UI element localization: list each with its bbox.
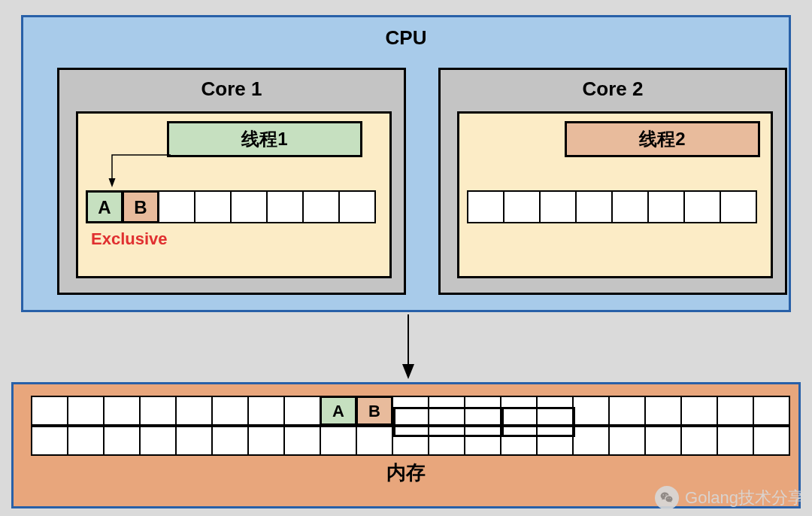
cache-cell — [720, 190, 757, 223]
memory-cell — [572, 396, 610, 426]
memory-cell — [175, 426, 213, 456]
memory-cell — [31, 396, 68, 426]
memory-cell — [31, 426, 68, 456]
core1-cache: 线程1 A B Exclusive — [76, 111, 392, 278]
cache-cell: B — [122, 190, 159, 223]
cache-cell — [302, 190, 340, 223]
cache-cell — [158, 190, 195, 223]
memory-cell — [283, 396, 321, 426]
memory-label: 内存 — [14, 460, 798, 486]
memory-cell — [464, 426, 501, 456]
memory-row — [31, 426, 790, 456]
memory-cell: A — [320, 396, 357, 426]
memory-cell — [608, 426, 646, 456]
cache-cell — [611, 190, 649, 223]
memory-cell — [175, 396, 213, 426]
memory-cell — [283, 426, 321, 456]
cache-cell — [338, 190, 376, 223]
memory-cell — [572, 426, 610, 456]
cache-cell — [266, 190, 304, 223]
memory-cell — [211, 426, 249, 456]
cache-cell — [575, 190, 613, 223]
cache-cell — [683, 190, 721, 223]
memory-cell — [320, 426, 357, 456]
memory-cell — [753, 426, 790, 456]
memory-cell — [139, 396, 177, 426]
memory-cell — [247, 426, 285, 456]
memory-cell — [392, 426, 429, 456]
core1-cache-row: A B — [86, 190, 376, 223]
memory-cell — [67, 426, 105, 456]
cpu-container: CPU Core 1 线程1 A B Exclusive Core 2 — [21, 15, 791, 312]
memory-cell — [644, 426, 682, 456]
memory-cell — [211, 396, 249, 426]
memory-cell — [680, 396, 718, 426]
core2-box: Core 2 线程2 — [438, 68, 787, 295]
memory-cell — [464, 396, 501, 426]
memory-cell — [392, 396, 429, 426]
watermark: Golang技术分享 — [655, 486, 804, 510]
core2-cache: 线程2 — [457, 111, 773, 278]
arrow-thread-to-cell — [105, 153, 172, 190]
core1-title: Core 1 — [59, 77, 404, 101]
memory-cell — [356, 426, 393, 456]
arrow-cpu-to-memory — [397, 314, 420, 382]
memory-cell — [139, 426, 177, 456]
memory-cell — [67, 396, 105, 426]
cache-cell — [539, 190, 577, 223]
memory-cell — [103, 426, 141, 456]
cache-state-label: Exclusive — [91, 229, 168, 249]
watermark-text: Golang技术分享 — [685, 487, 804, 509]
memory-row: A B — [31, 396, 790, 426]
core1-box: Core 1 线程1 A B Exclusive — [57, 68, 406, 295]
thread1-box: 线程1 — [167, 121, 362, 157]
memory-cell — [500, 426, 538, 456]
memory-cell — [536, 396, 574, 426]
core2-cache-row — [467, 190, 757, 223]
thread2-box: 线程2 — [565, 121, 760, 157]
memory-cell — [753, 396, 790, 426]
core2-title: Core 2 — [441, 77, 785, 101]
memory-cell — [103, 396, 141, 426]
cache-cell — [230, 190, 268, 223]
memory-grid: A B — [31, 396, 790, 456]
wechat-icon — [655, 486, 679, 510]
cache-cell — [503, 190, 541, 223]
cpu-title: CPU — [23, 26, 789, 50]
memory-cell — [536, 426, 574, 456]
memory-cell — [680, 426, 718, 456]
cache-cell: A — [86, 190, 123, 223]
memory-cell — [428, 396, 465, 426]
memory-cell — [428, 426, 465, 456]
memory-cell — [608, 396, 646, 426]
memory-cell: B — [356, 396, 393, 426]
memory-cell — [644, 396, 682, 426]
memory-cell — [500, 396, 538, 426]
memory-cell — [717, 396, 754, 426]
cache-cell — [194, 190, 232, 223]
cache-cell — [467, 190, 504, 223]
memory-cell — [247, 396, 285, 426]
memory-cell — [717, 426, 754, 456]
cache-cell — [647, 190, 685, 223]
